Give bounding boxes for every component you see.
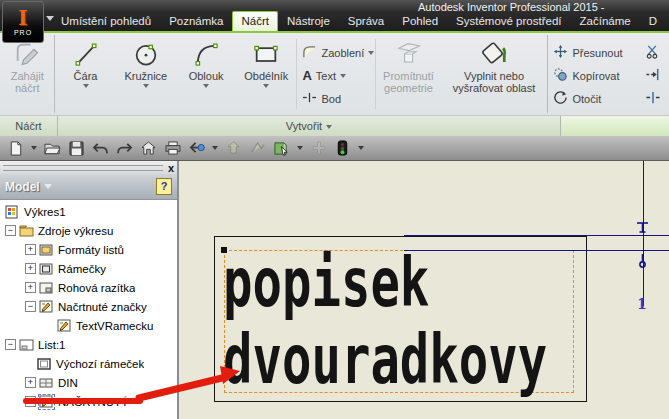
tree-item-rohov-raz-tka[interactable]: +Rohová razítka bbox=[0, 278, 177, 297]
redo-icon[interactable] bbox=[114, 139, 135, 157]
copy-label: Kopírovat bbox=[572, 70, 619, 82]
project-geometry-icon bbox=[392, 37, 424, 70]
tab-3[interactable]: Náčrt bbox=[232, 11, 277, 31]
pro-label: PRO bbox=[14, 29, 32, 36]
browser-menu-caret-icon[interactable] bbox=[44, 184, 52, 189]
rectangle-icon bbox=[252, 37, 280, 70]
application-menu-button[interactable]: I PRO bbox=[2, 1, 44, 43]
copy-button[interactable]: Kopírovat bbox=[548, 64, 639, 87]
fill-hatch-button[interactable]: Vyplnit nebo vyšrafovat oblast bbox=[441, 33, 548, 115]
drawing-canvas[interactable]: popisek dvouradkovy 1 bbox=[179, 161, 669, 419]
grip-handle[interactable] bbox=[3, 165, 163, 171]
rotate-button[interactable]: Otočit bbox=[548, 87, 639, 110]
arc-label: Oblouk bbox=[189, 70, 224, 82]
point-button[interactable]: Bod bbox=[297, 87, 375, 110]
inventor-logo-icon: I bbox=[18, 8, 27, 28]
tree-item-textvramecku[interactable]: TextVRamecku bbox=[0, 316, 177, 335]
trim-button[interactable] bbox=[640, 41, 669, 64]
rectangle-flyout-caret-icon[interactable] bbox=[263, 84, 269, 88]
return-flyout-caret-icon[interactable] bbox=[212, 146, 218, 150]
tree-item-na-rtnut-zna-ky[interactable]: −Načrtnuté značky bbox=[0, 297, 177, 316]
trim-scissors-icon bbox=[645, 44, 661, 61]
tab-8[interactable]: Začínáme bbox=[571, 12, 640, 31]
sketch-line-horizontal-1 bbox=[404, 235, 669, 236]
tree-item-v-choz-r-me-ek[interactable]: Výchozí rámeček bbox=[0, 354, 177, 373]
tab-2[interactable]: Poznámka bbox=[160, 12, 232, 31]
help-icon[interactable]: ? bbox=[156, 178, 172, 195]
model-browser-panel: x Model ? Výkres1−Zdroje výkresu+Formáty… bbox=[0, 161, 179, 419]
tree-item-r-me-ky[interactable]: +Rámečky bbox=[0, 259, 177, 278]
tab-7[interactable]: Systémové prostředí bbox=[447, 12, 570, 31]
format-icon bbox=[39, 243, 54, 257]
split-button[interactable] bbox=[640, 87, 669, 110]
expand-icon[interactable]: + bbox=[25, 244, 36, 255]
open-icon[interactable] bbox=[42, 139, 63, 157]
tree-item-na-rtnut-[interactable]: +NAČRTNUTÝ bbox=[0, 392, 177, 411]
modify-panel-label[interactable] bbox=[561, 116, 669, 136]
browser-grip-bar[interactable]: x bbox=[0, 161, 177, 174]
new-flyout-caret-icon[interactable] bbox=[31, 146, 37, 150]
text-button[interactable]: A Text bbox=[297, 64, 375, 87]
tab-6[interactable]: Pohled bbox=[393, 12, 447, 31]
sketch-icon bbox=[39, 300, 54, 314]
sketch-text-line1[interactable]: popisek bbox=[223, 249, 429, 317]
extend-button[interactable] bbox=[640, 64, 669, 87]
tree-item-din[interactable]: +DIN bbox=[0, 373, 177, 392]
sketch-panel-label[interactable]: Náčrt bbox=[0, 116, 58, 136]
start-sketch-label: Zahájit náčrt bbox=[0, 70, 54, 94]
move-button[interactable]: Přesunout bbox=[548, 41, 639, 64]
fillet-flyout-caret-icon[interactable] bbox=[368, 51, 374, 55]
undo-icon[interactable] bbox=[90, 139, 111, 157]
line-flyout-caret-icon[interactable] bbox=[83, 84, 89, 88]
expand-icon[interactable]: + bbox=[25, 282, 36, 293]
tree-item-list-1[interactable]: −List:1 bbox=[0, 335, 177, 354]
fillet-button[interactable]: Zaoblení bbox=[297, 41, 375, 64]
project-geometry-label: Promítnutí geometrie bbox=[376, 70, 440, 94]
stoplight-icon[interactable] bbox=[332, 139, 353, 157]
sketch-text-line2[interactable]: dvouradkovy bbox=[223, 326, 547, 394]
rectangle-button[interactable]: Obdélník bbox=[236, 33, 296, 115]
app-menu-caret-icon[interactable] bbox=[46, 16, 54, 21]
tab-4[interactable]: Nástroje bbox=[278, 12, 339, 31]
browser-tree: Výkres1−Zdroje výkresu+Formáty listů+Rám… bbox=[0, 200, 177, 419]
arc-button[interactable]: Oblouk bbox=[176, 33, 236, 115]
browser-header: Model ? bbox=[0, 174, 177, 200]
circle-button[interactable]: Kružnice bbox=[116, 33, 176, 115]
browser-close-button[interactable]: x bbox=[168, 163, 174, 173]
expand-icon[interactable]: + bbox=[25, 263, 36, 274]
print-icon[interactable] bbox=[162, 139, 183, 157]
select-flyout-caret-icon[interactable] bbox=[297, 146, 303, 150]
circle-flyout-caret-icon[interactable] bbox=[143, 84, 149, 88]
line-icon bbox=[72, 37, 100, 70]
tree-item-form-ty-list-[interactable]: +Formáty listů bbox=[0, 240, 177, 259]
arc-flyout-caret-icon[interactable] bbox=[203, 84, 209, 88]
new-document-icon[interactable] bbox=[5, 139, 26, 157]
tree-item-label: Rámečky bbox=[58, 263, 106, 275]
create-panel-label[interactable]: Vytvořit bbox=[58, 116, 561, 136]
drawing-icon bbox=[5, 205, 20, 219]
copy-icon bbox=[553, 67, 568, 84]
rotate-label: Otočit bbox=[572, 93, 601, 105]
collapse-icon[interactable]: − bbox=[5, 225, 16, 236]
line-button[interactable]: Čára bbox=[55, 33, 115, 115]
select-icon[interactable] bbox=[271, 139, 292, 157]
tree-item-label: Rohová razítka bbox=[58, 282, 135, 294]
tab-1[interactable]: Umístění pohledů bbox=[52, 12, 160, 31]
expand-icon[interactable]: + bbox=[25, 396, 36, 407]
collapse-icon[interactable]: − bbox=[25, 301, 36, 312]
tab-5[interactable]: Správa bbox=[339, 12, 393, 31]
corner-icon bbox=[39, 281, 54, 295]
stoplight-flyout-caret-icon[interactable] bbox=[358, 146, 364, 150]
tree-item-v-kres1[interactable]: Výkres1 bbox=[0, 202, 177, 221]
quick-access-toolbar bbox=[0, 135, 669, 161]
home-icon[interactable] bbox=[138, 139, 159, 157]
tree-item-zdroje-v-kresu[interactable]: −Zdroje výkresu bbox=[0, 221, 177, 240]
return-icon[interactable] bbox=[186, 139, 207, 157]
tab-9[interactable]: D bbox=[640, 12, 666, 31]
folder-icon bbox=[19, 224, 34, 238]
fill-hatch-label: Vyplnit nebo vyšrafovat oblast bbox=[441, 70, 548, 94]
save-icon[interactable] bbox=[66, 139, 87, 157]
collapse-icon[interactable]: − bbox=[5, 339, 16, 350]
text-flyout-caret-icon[interactable] bbox=[340, 74, 346, 78]
expand-icon[interactable]: + bbox=[25, 377, 36, 388]
